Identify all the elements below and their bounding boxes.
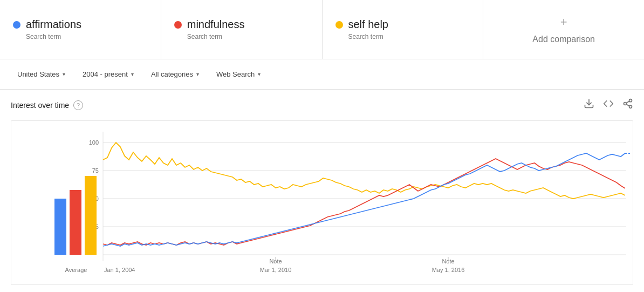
line-mindfulness xyxy=(103,159,625,245)
term-label-row-affirmations: affirmations xyxy=(13,18,148,31)
svg-line-5 xyxy=(626,101,629,103)
affirmations-dot xyxy=(13,21,20,29)
chart-title: Interest over time xyxy=(11,101,69,110)
search-term-selfhelp[interactable]: self help Search term xyxy=(323,0,484,59)
selfhelp-type: Search term xyxy=(348,33,470,40)
help-icon[interactable]: ? xyxy=(73,100,83,110)
x-label-2010: Mar 1, 2010 xyxy=(260,267,292,273)
chart-title-row: Interest over time ? xyxy=(11,100,83,110)
x-label-2004: Jan 1, 2004 xyxy=(104,267,135,273)
line-affirmations xyxy=(103,153,625,246)
affirmations-name: affirmations xyxy=(26,18,81,31)
search-term-affirmations[interactable]: affirmations Search term xyxy=(0,0,161,59)
plus-icon: + xyxy=(560,15,567,29)
search-type-chevron-icon: ▾ xyxy=(258,71,261,77)
svg-text:100: 100 xyxy=(89,139,99,146)
svg-text:75: 75 xyxy=(92,167,99,174)
term-label-row-selfhelp: self help xyxy=(335,18,470,31)
time-range-filter-label: 2004 - present xyxy=(83,70,128,78)
time-range-filter[interactable]: 2004 - present ▾ xyxy=(74,66,142,83)
chart-section: Interest over time ? 100 75 xyxy=(0,90,644,292)
location-filter-label: United States xyxy=(17,70,59,78)
selfhelp-dot xyxy=(335,21,343,29)
mindfulness-type: Search term xyxy=(187,33,309,40)
add-comparison-button[interactable]: + Add comparison xyxy=(483,0,644,59)
search-type-filter[interactable]: Web Search ▾ xyxy=(208,66,269,83)
bar-affirmations xyxy=(54,199,66,255)
location-chevron-icon: ▾ xyxy=(63,71,65,77)
chart-actions xyxy=(584,98,633,112)
mindfulness-name: mindfulness xyxy=(187,18,245,31)
chart-container: 100 75 50 25 Average xyxy=(11,120,633,285)
download-button[interactable] xyxy=(584,98,594,112)
search-term-mindfulness[interactable]: mindfulness Search term xyxy=(161,0,323,59)
embed-button[interactable] xyxy=(603,98,614,112)
location-filter[interactable]: United States ▾ xyxy=(9,66,74,83)
bar-selfhelp xyxy=(85,176,97,255)
svg-line-4 xyxy=(626,104,629,106)
interest-over-time-chart: 100 75 50 25 Average xyxy=(11,126,634,283)
search-terms-bar: affirmations Search term mindfulness Sea… xyxy=(0,0,644,59)
search-type-filter-label: Web Search xyxy=(216,70,255,78)
filter-bar: United States ▾ 2004 - present ▾ All cat… xyxy=(0,59,644,90)
category-filter[interactable]: All categories ▾ xyxy=(142,66,208,83)
bar-mindfulness xyxy=(70,190,81,255)
share-button[interactable] xyxy=(622,98,633,112)
category-chevron-icon: ▾ xyxy=(196,71,199,77)
x-label-2016: May 1, 2016 xyxy=(432,267,465,273)
mindfulness-dot xyxy=(174,21,182,29)
add-comparison-label: Add comparison xyxy=(532,35,595,44)
term-label-row-mindfulness: mindfulness xyxy=(174,18,309,31)
selfhelp-name: self help xyxy=(348,18,389,31)
svg-text:Average: Average xyxy=(65,267,87,273)
time-range-chevron-icon: ▾ xyxy=(131,71,134,77)
category-filter-label: All categories xyxy=(151,70,193,78)
chart-header: Interest over time ? xyxy=(11,98,633,112)
affirmations-type: Search term xyxy=(26,33,148,40)
